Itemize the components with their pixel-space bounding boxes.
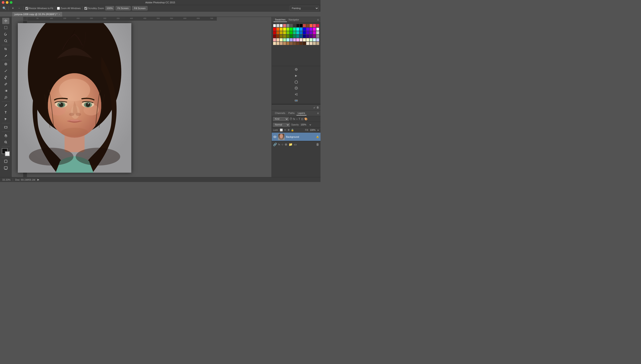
navigator-tab[interactable]: Navigator (287, 18, 300, 22)
fill-arrow[interactable] (317, 129, 319, 131)
new-adjustment-icon[interactable]: ⊕ (285, 142, 287, 146)
timeline-icon[interactable] (294, 98, 299, 103)
swatch[interactable] (313, 42, 316, 45)
swatch[interactable] (293, 42, 296, 45)
swatch[interactable] (276, 42, 279, 45)
layers-panel-menu[interactable]: ≡ (317, 112, 319, 115)
swatch[interactable] (280, 24, 283, 27)
swatch[interactable] (283, 31, 286, 34)
swatch[interactable] (273, 42, 276, 45)
hand-tool[interactable] (2, 132, 9, 138)
swatch[interactable] (310, 42, 312, 45)
type-tool[interactable]: T (2, 109, 9, 116)
quick-mask-tool[interactable] (2, 158, 9, 164)
swatch[interactable] (303, 28, 306, 31)
swatch[interactable] (316, 24, 319, 27)
brush-tool[interactable] (2, 68, 9, 74)
layers-options-icon[interactable]: ↙ (314, 106, 316, 109)
3d-icon[interactable] (294, 80, 299, 84)
swatch[interactable] (310, 24, 312, 27)
zoom-out-icon[interactable]: - (17, 6, 22, 11)
swatch[interactable] (293, 28, 296, 31)
swatch[interactable] (300, 35, 302, 38)
swatch[interactable] (286, 38, 289, 42)
swatch[interactable] (290, 24, 293, 27)
swatch[interactable] (303, 31, 306, 34)
swatch[interactable] (283, 24, 286, 27)
zoom-tool[interactable] (2, 139, 9, 145)
swatch[interactable] (310, 38, 312, 42)
swatch[interactable] (280, 35, 283, 38)
swatch[interactable] (273, 28, 276, 31)
layers-tab[interactable]: Layers (296, 111, 306, 116)
swatch[interactable] (280, 31, 283, 34)
swatch[interactable] (296, 31, 299, 34)
swatch[interactable] (290, 38, 293, 42)
clone-stamp-tool[interactable] (2, 74, 9, 80)
swatch[interactable] (276, 35, 279, 38)
healing-brush-tool[interactable] (2, 61, 9, 67)
crop-tool[interactable] (2, 46, 9, 52)
window-minimize-button[interactable] (6, 1, 8, 4)
swatch[interactable] (296, 28, 299, 31)
filter-icon-6[interactable]: 🎨 (304, 118, 308, 120)
swatch[interactable] (313, 35, 316, 38)
swatch[interactable] (306, 31, 309, 34)
swatch[interactable] (300, 38, 302, 42)
swatch[interactable] (303, 38, 306, 42)
layers-delete-icon[interactable]: 🗑 (316, 106, 319, 109)
swatches-tab[interactable]: Swatches (274, 18, 287, 22)
swatch[interactable] (276, 38, 279, 42)
play-icon[interactable]: ▶ (294, 73, 299, 78)
gradient-tool[interactable] (2, 88, 9, 94)
fill-screen-button[interactable]: Fill Screen (132, 6, 148, 10)
swatch[interactable] (280, 42, 283, 45)
lock-transparent-icon[interactable]: ⬜ (280, 128, 283, 132)
status-arrow[interactable]: ▶ (38, 178, 39, 181)
pen-tool[interactable] (2, 102, 9, 109)
swatch[interactable] (276, 24, 279, 27)
swatch[interactable] (310, 28, 312, 31)
swatch[interactable] (273, 24, 276, 27)
workspace-dropdown[interactable]: Painting Essentials Photography (290, 6, 319, 11)
doc-tab-close[interactable]: × (59, 13, 60, 16)
path-select-tool[interactable] (2, 116, 9, 122)
window-maximize-button[interactable] (10, 1, 12, 4)
swatch[interactable] (300, 31, 302, 34)
swatch[interactable] (306, 35, 309, 38)
swatch[interactable] (313, 31, 316, 34)
swatch[interactable] (290, 28, 293, 31)
swatch[interactable] (300, 42, 302, 45)
swatch[interactable] (310, 35, 312, 38)
add-layer-style-icon[interactable]: fx (278, 143, 280, 146)
dodge-tool[interactable] (2, 94, 9, 100)
swatch[interactable] (286, 28, 289, 31)
zoom-all-windows-checkbox[interactable]: Zoom All Windows (57, 7, 80, 10)
swatch[interactable] (306, 38, 309, 42)
background-color[interactable] (5, 151, 10, 156)
swatch[interactable] (316, 38, 319, 42)
quick-select-tool[interactable] (2, 38, 9, 44)
opacity-arrow[interactable] (309, 124, 311, 126)
swatch[interactable] (283, 42, 286, 45)
swatch[interactable] (303, 24, 306, 27)
swatch[interactable] (306, 24, 309, 27)
swatch[interactable] (316, 31, 319, 34)
swatch[interactable] (276, 31, 279, 34)
swatch[interactable] (306, 42, 309, 45)
swatch[interactable] (286, 35, 289, 38)
new-group-icon[interactable]: 📁 (289, 142, 292, 146)
add-mask-icon[interactable]: ○ (282, 142, 283, 146)
resize-windows-checkbox[interactable]: Resize Windows to Fit (25, 7, 53, 10)
eraser-tool[interactable] (2, 81, 9, 87)
filter-icon-3[interactable]: ○ (296, 118, 298, 120)
swatch[interactable] (296, 35, 299, 38)
window-close-button[interactable] (2, 1, 4, 4)
lasso-tool[interactable] (2, 31, 9, 38)
filter-icon-4[interactable]: T (299, 118, 300, 120)
shape-tool[interactable] (2, 124, 9, 130)
swatch[interactable] (296, 24, 299, 27)
fit-screen-button[interactable]: Fit Screen (116, 6, 131, 10)
swatch[interactable] (293, 35, 296, 38)
swatch[interactable] (286, 42, 289, 45)
